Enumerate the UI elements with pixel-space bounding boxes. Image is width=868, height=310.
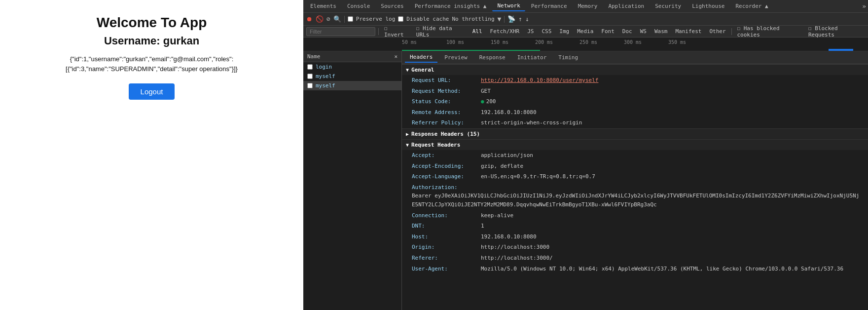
detail-tab-initiator[interactable]: Initiator — [512, 53, 552, 62]
filter-icon[interactable]: ⊘ — [326, 15, 330, 23]
user-agent-val: Mozilla/5.0 (Windows NT 10.0; Win64; x64… — [481, 265, 843, 273]
tab-memory[interactable]: Memory — [573, 1, 603, 11]
upload-icon[interactable]: ↑ — [518, 15, 522, 23]
detail-tab-preview[interactable]: Preview — [439, 53, 472, 62]
request-method-row: Request Method: GET — [402, 86, 868, 97]
dnt-row: DNT: 1 — [402, 221, 868, 232]
detail-tab-response[interactable]: Response — [474, 53, 510, 62]
request-item-login[interactable]: login — [303, 62, 401, 72]
font-chip[interactable]: Font — [599, 28, 617, 35]
css-chip[interactable]: CSS — [539, 28, 554, 35]
accept-language-row: Accept-Language: en-US,en;q=0.9,tr-TR;q=… — [402, 171, 868, 182]
other-chip[interactable]: Other — [707, 28, 728, 35]
login-checkbox[interactable] — [307, 64, 313, 70]
timeline-blue-bar — [829, 49, 853, 51]
record-icon[interactable]: ⏺ — [306, 15, 313, 23]
js-chip[interactable]: JS — [525, 28, 536, 35]
doc-chip[interactable]: Doc — [620, 28, 635, 35]
request-item-myself-2[interactable]: myself — [303, 81, 401, 90]
tab-application[interactable]: Application — [603, 1, 649, 11]
preserve-log-checkbox[interactable] — [348, 16, 353, 22]
tab-performance-insights[interactable]: Performance insights ▲ — [410, 1, 492, 11]
myself1-checkbox[interactable] — [307, 74, 313, 79]
offline-icon[interactable]: 📡 — [507, 15, 515, 23]
tab-lighthouse[interactable]: Lighthouse — [687, 1, 729, 11]
referrer-policy-key: Referrer Policy: — [412, 118, 481, 127]
accept-val: application/json — [481, 151, 533, 160]
media-chip[interactable]: Media — [575, 28, 596, 35]
request-item-myself-1[interactable]: myself — [303, 72, 401, 81]
filter-bar: ☐ Invert ☐ Hide data URLs All Fetch/XHR … — [303, 26, 868, 38]
request-url-val: http://192.168.0.10:8080/user/myself — [481, 76, 598, 85]
separator1 — [344, 16, 345, 23]
tick-200ms: 200 ms — [535, 39, 579, 45]
status-code-key: Status Code: — [412, 97, 481, 106]
clear-icon[interactable]: 🚫 — [316, 15, 324, 23]
referer-val: http://localhost:3000/ — [481, 254, 553, 263]
request-headers-arrow-icon: ▼ — [406, 142, 409, 148]
devtools-main: Name ✕ login myself myself Headers Previ… — [303, 51, 868, 310]
response-headers-section[interactable]: ▶ Response Headers (15) — [402, 128, 868, 139]
tick-350ms: 350 ms — [668, 39, 713, 45]
no-throttling-label: No throttling — [452, 16, 494, 22]
manifest-chip[interactable]: Manifest — [673, 28, 704, 35]
disable-cache-checkbox[interactable] — [398, 16, 403, 22]
detail-tab-timing[interactable]: Timing — [553, 53, 583, 62]
tick-100ms: 100 ms — [446, 39, 491, 45]
accept-key: Accept: — [412, 151, 481, 160]
request-headers-label: Request Headers — [411, 142, 460, 148]
tab-more[interactable]: » — [862, 2, 866, 10]
app-panel: Welcome To App Username: gurkan {"id":1,… — [0, 0, 303, 310]
authorization-row: Authorization: Bearer eyJ0eXAiOiJKV1QiLC… — [402, 182, 868, 210]
img-chip[interactable]: Img — [557, 28, 572, 35]
general-section-header[interactable]: ▼ General — [402, 64, 868, 75]
tab-performance[interactable]: Performance — [526, 1, 572, 11]
invert-chip[interactable]: ☐ Invert — [382, 25, 411, 39]
download-icon[interactable]: ↓ — [525, 15, 529, 23]
hide-data-urls-chip[interactable]: ☐ Hide data URLs — [414, 25, 467, 39]
connection-val: keep-alive — [481, 211, 513, 220]
user-agent-row: User-Agent: Mozilla/5.0 (Windows NT 10.0… — [402, 264, 868, 274]
general-arrow-icon: ▼ — [406, 67, 409, 73]
referer-key: Referer: — [412, 254, 481, 263]
all-chip[interactable]: All — [470, 28, 485, 35]
request-url-row: Request URL: http://192.168.0.10:8080/us… — [402, 75, 868, 86]
accept-encoding-row: Accept-Encoding: gzip, deflate — [402, 161, 868, 172]
timeline-bar: 50 ms 100 ms 150 ms 200 ms 250 ms 300 ms… — [303, 38, 868, 51]
dnt-key: DNT: — [412, 222, 481, 231]
remote-address-row: Remote Address: 192.168.0.10:8080 — [402, 107, 868, 118]
timeline-green-bar — [402, 50, 540, 51]
request-method-key: Request Method: — [412, 87, 481, 96]
wasm-chip[interactable]: Wasm — [652, 28, 670, 35]
blocked-requests-chip[interactable]: ☐ Blocked Requests — [806, 25, 865, 39]
tab-elements[interactable]: Elements — [305, 1, 341, 11]
throttling-dropdown-icon[interactable]: ▼ — [498, 15, 502, 23]
tab-console[interactable]: Console — [342, 1, 375, 11]
authorization-key: Authorization: — [412, 183, 481, 192]
request-url-key: Request URL: — [412, 76, 481, 85]
tab-security[interactable]: Security — [650, 1, 686, 11]
fetch-xhr-chip[interactable]: Fetch/XHR — [488, 28, 522, 35]
myself2-checkbox[interactable] — [307, 83, 313, 88]
close-detail-icon[interactable]: ✕ — [394, 53, 398, 60]
request-list: Name ✕ login myself myself — [303, 51, 402, 310]
status-dot: ● — [481, 98, 484, 105]
blocked-cookies-chip[interactable]: ☐ Has blocked cookies — [734, 25, 802, 39]
ws-chip[interactable]: WS — [638, 28, 649, 35]
logout-button[interactable]: Logout — [129, 83, 175, 100]
tick-50ms: 50 ms — [402, 39, 446, 45]
tab-sources[interactable]: Sources — [376, 1, 408, 11]
filter-sep2 — [731, 28, 732, 35]
general-section-label: General — [411, 67, 434, 73]
origin-val: http://localhost:3000 — [481, 243, 549, 252]
filter-sep — [378, 28, 379, 35]
request-headers-section[interactable]: ▼ Request Headers — [402, 139, 868, 150]
accept-encoding-key: Accept-Encoding: — [412, 162, 481, 171]
myself2-request-name: myself — [316, 82, 335, 89]
request-detail: Headers Preview Response Initiator Timin… — [402, 51, 868, 310]
detail-tab-headers[interactable]: Headers — [405, 52, 437, 63]
tab-recorder[interactable]: Recorder ▲ — [730, 1, 773, 11]
tab-network[interactable]: Network — [492, 1, 525, 11]
search-icon[interactable]: 🔍 — [333, 15, 341, 23]
filter-input[interactable] — [306, 27, 375, 36]
